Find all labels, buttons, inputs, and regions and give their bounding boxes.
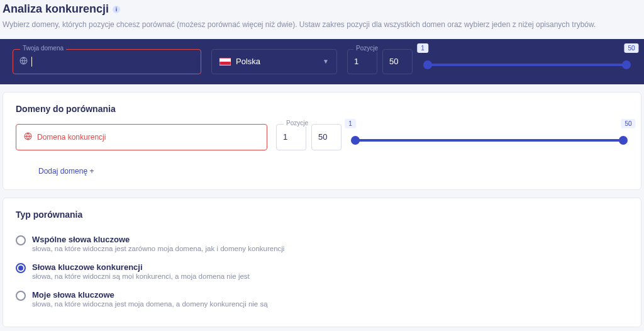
your-domain-bar: Twoja domena Polska ▼ Pozycje 1 50: [0, 39, 644, 84]
radio-desc: słowa, na które widoczna jest zarówno mo…: [32, 245, 284, 252]
text-cursor: [31, 57, 32, 67]
pos-from-input-dark[interactable]: [347, 49, 377, 74]
slider-max-badge-light: 50: [621, 119, 635, 128]
slider-min-badge-dark: 1: [417, 43, 428, 53]
competitor-domain-input-wrap[interactable]: Domena konkurencji: [16, 124, 267, 150]
country-select[interactable]: Polska ▼: [211, 49, 337, 74]
radio-desc: słowa, na które widoczna jest moja domen…: [32, 300, 268, 308]
positions-label-light: Pozycje: [284, 120, 311, 126]
pos-to-input-light[interactable]: [311, 124, 341, 150]
radio-icon: [16, 263, 26, 273]
radio-inner-icon: [18, 266, 23, 271]
radio-title: Słowa kluczowe konkurencji: [32, 262, 250, 272]
radio-option-common[interactable]: Wspólne słowa kluczowe słowa, na które w…: [16, 230, 628, 257]
radio-option-mine[interactable]: Moje słowa kluczowe słowa, na które wido…: [16, 285, 628, 313]
positions-slider-dark[interactable]: 1 50: [423, 57, 631, 66]
compare-row: Domena konkurencji Pozycje 1 50: [16, 124, 628, 150]
pos-to-input-dark[interactable]: [382, 49, 413, 74]
slider-track-light: [355, 139, 623, 142]
slider-thumb-min-dark[interactable]: [423, 60, 432, 69]
info-icon[interactable]: i: [113, 6, 120, 13]
globe-icon: [19, 57, 28, 67]
pos-from-input-light[interactable]: [276, 124, 306, 150]
positions-group-light: Pozycje: [276, 124, 341, 150]
your-domain-field-group: Twoja domena: [13, 49, 201, 74]
radio-title: Moje słowa kluczowe: [32, 290, 268, 300]
globe-icon: [24, 132, 32, 142]
compare-card: Domeny do porównania Domena konkurencji …: [3, 92, 641, 190]
your-domain-input-wrap[interactable]: [13, 49, 201, 74]
slider-thumb-max-dark[interactable]: [622, 60, 631, 69]
slider-thumb-max-light[interactable]: [619, 136, 628, 145]
flag-poland-icon: [219, 58, 231, 65]
competitor-domain-placeholder: Domena konkurencji: [37, 133, 106, 142]
your-domain-input[interactable]: [36, 57, 194, 66]
positions-slider-light[interactable]: 1 50: [350, 133, 628, 142]
positions-group-dark: Pozycje: [347, 49, 413, 74]
radio-icon: [16, 235, 26, 245]
slider-thumb-min-light[interactable]: [351, 136, 360, 145]
page-subtitle: Wybierz domeny, których pozycje chcesz p…: [3, 20, 641, 30]
slider-max-badge-dark: 50: [624, 43, 638, 53]
radio-desc: słowa, na które widoczni są moi konkuren…: [32, 272, 250, 280]
slider-track-dark: [428, 64, 626, 66]
positions-label-dark: Pozycje: [353, 45, 380, 52]
country-selected-label: Polska: [236, 57, 260, 66]
radio-title: Wspólne słowa kluczowe: [32, 235, 284, 244]
chevron-down-icon: ▼: [323, 58, 329, 65]
slider-min-badge-light: 1: [345, 119, 356, 128]
comparison-type-heading: Typ porównania: [16, 210, 628, 220]
compare-heading: Domeny do porównania: [16, 104, 628, 114]
page-title: Analiza konkurencji: [3, 3, 109, 16]
your-domain-label: Twoja domena: [20, 45, 66, 52]
radio-option-competitor[interactable]: Słowa kluczowe konkurencji słowa, na któ…: [16, 257, 628, 285]
comparison-type-card: Typ porównania Wspólne słowa kluczowe sł…: [3, 198, 641, 327]
page-header: Analiza konkurencji i Wybierz domeny, kt…: [0, 0, 644, 35]
radio-icon: [16, 291, 26, 301]
add-domain-link[interactable]: Dodaj domenę +: [38, 167, 94, 176]
